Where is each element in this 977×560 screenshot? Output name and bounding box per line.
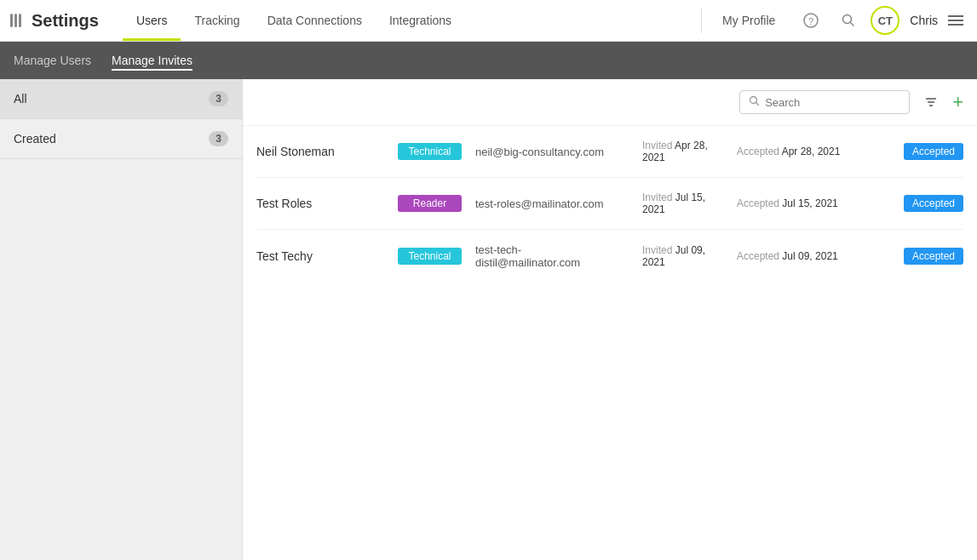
invite-email: neil@big-consultancy.com	[475, 146, 629, 158]
invite-meta: Invited Apr 28, 2021	[642, 140, 723, 163]
invite-row: Test Roles Reader test-roles@mailinator.…	[256, 178, 963, 230]
username-label: Chris	[910, 14, 938, 27]
role-badge: Reader	[398, 195, 462, 212]
sidebar: All 3 Created 3	[0, 79, 243, 560]
invite-name: Test Techy	[256, 249, 384, 263]
invite-list: Neil Stoneman Technical neil@big-consult…	[243, 126, 977, 283]
accepted-meta: Accepted Jul 15, 2021	[737, 197, 890, 209]
help-button[interactable]: ?	[796, 5, 826, 36]
sub-nav: Manage Users Manage Invites	[0, 42, 977, 79]
add-invite-button[interactable]: +	[952, 91, 963, 113]
main-layout: All 3 Created 3	[0, 79, 977, 560]
svg-text:?: ?	[808, 16, 813, 26]
sidebar-created-badge: 3	[209, 131, 228, 146]
svg-line-3	[851, 23, 854, 26]
nav-right: My Profile ? CT Chris	[701, 5, 967, 36]
search-button[interactable]	[833, 5, 864, 36]
search-input[interactable]	[765, 96, 900, 109]
status-badge: Accepted	[904, 248, 963, 265]
content-area: + Neil Stoneman Technical neil@big-consu…	[243, 79, 977, 560]
invite-email: test-roles@mailinator.com	[475, 197, 629, 210]
filter-button[interactable]	[918, 89, 944, 115]
invite-meta: Invited Jul 15, 2021	[642, 191, 723, 215]
search-box[interactable]	[739, 90, 910, 114]
sub-nav-manage-invites[interactable]: Manage Invites	[112, 50, 193, 71]
nav-tabs: Users Tracking Data Connections Integrat…	[123, 0, 465, 41]
invite-meta: Invited Jul 09, 2021	[642, 244, 723, 268]
nav-tab-users[interactable]: Users	[123, 0, 181, 41]
nav-tab-integrations[interactable]: Integrations	[376, 0, 465, 41]
search-icon-sm	[749, 95, 760, 109]
sidebar-all-badge: 3	[209, 91, 228, 106]
sub-nav-manage-users[interactable]: Manage Users	[14, 50, 91, 71]
hamburger-icon[interactable]	[945, 12, 967, 29]
role-badge: Technical	[398, 143, 462, 160]
nav-tab-my-profile[interactable]: My Profile	[709, 14, 789, 27]
avatar[interactable]: CT	[871, 6, 899, 35]
sidebar-all-section: All 3	[0, 79, 242, 119]
invite-name: Neil Stoneman	[256, 145, 384, 158]
sidebar-item-all[interactable]: All 3	[0, 79, 242, 118]
top-nav: Settings Users Tracking Data Connections…	[0, 0, 977, 42]
invite-name: Test Roles	[256, 197, 384, 210]
invite-row: Test Techy Technical test-tech-distil@ma…	[256, 230, 963, 283]
svg-point-2	[843, 15, 852, 24]
nav-divider	[701, 8, 702, 33]
status-badge: Accepted	[904, 143, 963, 160]
sidebar-created-section: Created 3	[0, 119, 242, 159]
content-toolbar: +	[243, 79, 977, 126]
sidebar-item-created[interactable]: Created 3	[0, 119, 242, 158]
invite-email: test-tech-distil@mailinator.com	[475, 243, 629, 269]
nav-grip-icon[interactable]	[10, 14, 21, 27]
app-title: Settings	[32, 11, 99, 31]
search-icon	[842, 14, 855, 27]
svg-line-5	[756, 103, 760, 106]
status-badge: Accepted	[904, 195, 963, 212]
accepted-meta: Accepted Apr 28, 2021	[737, 146, 890, 157]
nav-tab-tracking[interactable]: Tracking	[181, 0, 253, 41]
filter-icon	[924, 95, 938, 109]
invite-row: Neil Stoneman Technical neil@big-consult…	[256, 126, 963, 178]
svg-point-4	[750, 97, 757, 104]
nav-tab-data-connections[interactable]: Data Connections	[254, 0, 376, 41]
accepted-meta: Accepted Jul 09, 2021	[737, 250, 890, 262]
question-icon: ?	[803, 13, 819, 28]
role-badge: Technical	[398, 248, 462, 265]
